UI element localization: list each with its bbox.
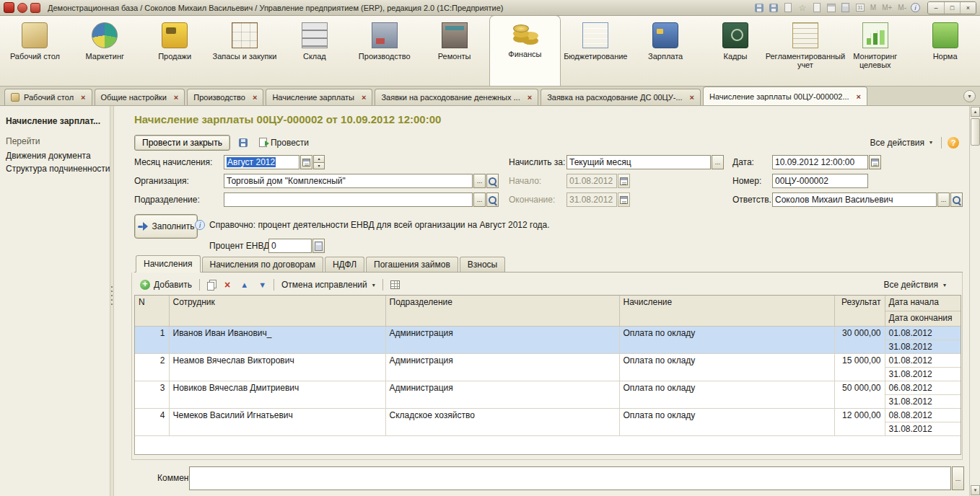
tab-general-settings[interactable]: Общие настройки× xyxy=(95,89,185,105)
responsible-open-button[interactable] xyxy=(950,192,963,207)
accrue-for-select-button[interactable]: ... xyxy=(712,155,724,169)
table-row[interactable]: 3 Новиков Вячеслав Дмитриевич Администра… xyxy=(135,381,961,394)
about-icon[interactable]: i xyxy=(911,3,920,12)
col-header-employee[interactable]: Сотрудник xyxy=(169,296,385,326)
date-input[interactable]: 10.09.2012 12:00:00 xyxy=(772,155,868,169)
grid-all-actions-button[interactable]: Все действия ▾ xyxy=(881,278,949,291)
save-icon[interactable] xyxy=(753,2,765,14)
maximize-button[interactable]: □ xyxy=(944,2,960,14)
tab-contributions[interactable]: Взносы xyxy=(460,257,505,272)
tab-cash-requests[interactable]: Заявки на расходование денежных ...× xyxy=(375,89,538,105)
tab-payroll-list[interactable]: Начисление зарплаты× xyxy=(266,89,372,105)
ribbon-section-salary[interactable]: Зарплата xyxy=(631,18,701,86)
close-icon[interactable]: × xyxy=(81,93,85,102)
col-header-accrual[interactable]: Начисление xyxy=(619,296,834,326)
tab-list-dropdown-button[interactable]: ▾ xyxy=(963,90,976,102)
responsible-input[interactable]: Соколов Михаил Васильевич xyxy=(772,192,937,207)
ribbon-section-regulated-accounting[interactable]: Регламентированный учет xyxy=(770,18,840,86)
close-icon[interactable]: × xyxy=(174,93,178,102)
sidebar-link-document-movements[interactable]: Движения документа xyxy=(6,151,91,161)
ribbon-section-finance[interactable]: Финансы xyxy=(489,16,561,86)
col-header-n[interactable]: N xyxy=(135,296,169,326)
move-row-down-button[interactable]: ▼ xyxy=(255,279,269,291)
ribbon-section-sales[interactable]: Продажи xyxy=(140,18,210,86)
close-icon[interactable]: × xyxy=(690,93,694,102)
minimize-button[interactable]: – xyxy=(928,2,944,14)
delete-row-button[interactable]: × xyxy=(222,278,233,291)
copy-row-button[interactable] xyxy=(204,278,217,292)
table-row[interactable]: 2 Неамов Вячеслав Викторович Администрац… xyxy=(135,353,961,367)
undo-corrections-button[interactable]: Отмена исправлений ▾ xyxy=(279,278,378,291)
close-icon[interactable]: × xyxy=(528,93,532,102)
scrollbar-thumb[interactable] xyxy=(971,118,980,146)
tab-payroll-doc[interactable]: Начисление зарплаты 00ЦУ-000002...× xyxy=(703,87,867,105)
ribbon-section-desktop[interactable]: Рабочий стол xyxy=(0,18,70,86)
percent-calculator-button[interactable] xyxy=(312,239,325,253)
table-row[interactable]: 1 Иванов Иван Иванович_ Администрация Оп… xyxy=(135,326,961,340)
titlebar-red-icon-2[interactable] xyxy=(30,3,40,13)
post-and-close-button[interactable]: Провести и закрыть xyxy=(134,135,230,151)
number-input[interactable]: 00ЦУ-000002 xyxy=(772,174,868,188)
vertical-scrollbar[interactable]: ▲ ▼ xyxy=(969,106,980,496)
close-icon[interactable]: × xyxy=(253,93,257,102)
add-row-button[interactable]: + Добавить xyxy=(137,278,195,291)
spin-down-icon[interactable]: ▾ xyxy=(313,162,325,170)
ribbon-section-production[interactable]: Производство xyxy=(349,18,419,86)
tab-desktop[interactable]: Рабочий стол× xyxy=(4,89,92,105)
end-calendar-button[interactable] xyxy=(618,192,630,207)
begin-date-input[interactable]: 01.08.2012 xyxy=(566,174,617,188)
ribbon-section-purchases[interactable]: Запасы и закупки xyxy=(210,18,280,86)
close-icon[interactable]: × xyxy=(857,92,861,101)
col-header-date-end[interactable]: Дата окончания xyxy=(885,311,961,326)
tab-cash-request-doc[interactable]: Заявка на расходование ДС 00ЦУ-...× xyxy=(541,89,701,105)
comment-expand-button[interactable]: ... xyxy=(952,466,964,490)
save-document-button[interactable] xyxy=(235,135,251,150)
organization-open-button[interactable] xyxy=(486,174,499,188)
memory-m-button[interactable]: M xyxy=(869,4,878,12)
month-calendar-button[interactable] xyxy=(300,155,312,169)
comment-input[interactable] xyxy=(189,466,951,490)
col-header-date-start[interactable]: Дата начала xyxy=(885,296,961,311)
tab-loan-repayments[interactable]: Погашения займов xyxy=(366,257,458,272)
department-select-button[interactable]: ... xyxy=(473,192,486,207)
tab-contract-accruals[interactable]: Начисления по договорам xyxy=(202,257,323,272)
scroll-up-icon[interactable]: ▲ xyxy=(971,107,980,117)
organization-select-button[interactable]: ... xyxy=(473,174,486,188)
date-calendar-button[interactable] xyxy=(869,155,881,169)
grid-settings-button[interactable] xyxy=(388,279,403,291)
save-all-icon[interactable] xyxy=(768,2,779,14)
ribbon-section-kpi-monitoring[interactable]: Мониторинг целевых показателей xyxy=(840,18,910,86)
fill-button[interactable]: Заполнить xyxy=(134,214,198,239)
percent-envd-input[interactable]: 0 xyxy=(268,239,312,253)
close-icon[interactable]: × xyxy=(362,93,366,102)
memory-mplus-button[interactable]: M+ xyxy=(880,4,893,12)
titlebar-red-icon[interactable] xyxy=(17,3,27,13)
ribbon-section-warehouse[interactable]: Склад xyxy=(279,18,349,86)
ribbon-section-budgeting[interactable]: Бюджетирование xyxy=(561,18,631,86)
calendar-icon[interactable] xyxy=(826,2,837,14)
help-button[interactable]: ? xyxy=(948,137,959,149)
col-header-result[interactable]: Результат xyxy=(834,296,885,326)
all-actions-button[interactable]: Все действия ▾ xyxy=(867,136,935,149)
move-row-up-button[interactable]: ▲ xyxy=(237,279,251,291)
close-window-button[interactable]: × xyxy=(960,2,976,14)
calendar-day-icon[interactable]: 31 xyxy=(854,2,866,14)
scroll-down-icon[interactable]: ▼ xyxy=(971,485,980,495)
calculator-icon[interactable] xyxy=(840,2,852,14)
month-input[interactable]: Август 2012 xyxy=(224,155,299,169)
sidebar-link-subordination-structure[interactable]: Структура подчиненности xyxy=(6,164,110,174)
end-date-input[interactable]: 31.08.2012 xyxy=(566,192,617,207)
tab-production[interactable]: Производство× xyxy=(187,89,263,105)
table-row[interactable]: 4 Чемеков Василий Игнатьевич Складское х… xyxy=(135,408,961,422)
ribbon-section-hr[interactable]: Кадры xyxy=(701,18,771,86)
memory-mminus-button[interactable]: M- xyxy=(896,4,908,12)
favorites-icon[interactable]: ☆ xyxy=(797,2,808,14)
tab-ndfl[interactable]: НДФЛ xyxy=(325,257,364,272)
tab-accruals[interactable]: Начисления xyxy=(136,255,201,273)
clipboard-icon[interactable] xyxy=(782,2,794,14)
department-input[interactable] xyxy=(224,192,473,207)
col-header-department[interactable]: Подразделение xyxy=(385,296,619,326)
ribbon-section-repairs[interactable]: Ремонты xyxy=(419,18,489,86)
organization-input[interactable]: Торговый дом "Комплексный" xyxy=(224,174,473,188)
ribbon-section-normative[interactable]: Норма xyxy=(910,18,980,86)
